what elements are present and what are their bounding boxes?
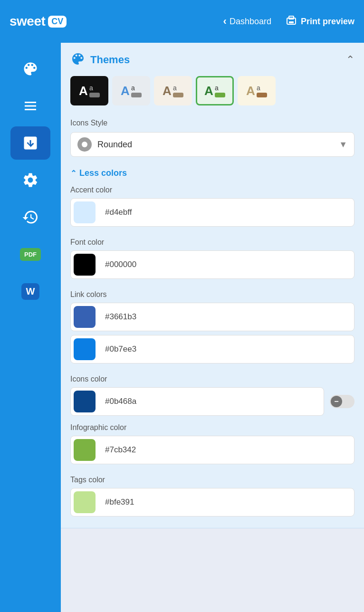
swatch-letter-dark: A	[79, 84, 88, 98]
font-color-row[interactable]: #000000	[70, 250, 354, 279]
icons-style-label: Icons Style	[61, 115, 364, 132]
link-color-section: Link colors #3661b3 #0b7ee3	[61, 290, 364, 375]
less-colors-button[interactable]: ⌃ Less colors	[61, 166, 364, 186]
tags-color-label: Tags color	[70, 476, 354, 484]
swatch-small-bluegray: a	[131, 84, 142, 97]
icons-color-value: #0b468a	[98, 397, 324, 406]
swatch-dot-warm	[173, 93, 183, 97]
icons-style-value: Rounded	[97, 140, 339, 150]
svg-point-3	[82, 142, 87, 147]
less-colors-label: Less colors	[79, 168, 127, 178]
word-badge: W	[21, 283, 40, 300]
tags-color-section: Tags color #bfe391	[61, 476, 364, 528]
swatch-small-letter-dark: a	[89, 84, 100, 92]
swatch-inner-green: A a	[202, 82, 227, 100]
theme-swatch-cream[interactable]: A a	[238, 76, 276, 105]
font-color-value: #000000	[98, 260, 354, 269]
palette-icon	[70, 51, 86, 68]
infographic-color-value: #7cb342	[98, 445, 354, 455]
infographic-color-label: Infographic color	[70, 423, 354, 432]
accent-color-value: #d4ebff	[98, 208, 354, 217]
swatch-small-letter-bluegray: a	[131, 84, 142, 92]
theme-swatch-bluegray[interactable]: A a	[112, 76, 150, 105]
themes-title: Themes	[90, 54, 130, 66]
theme-swatch-green[interactable]: A a	[196, 76, 234, 105]
swatch-dot-dark	[89, 93, 100, 97]
swatch-dot-bluegray	[131, 93, 142, 97]
accent-color-label: Accent color	[70, 186, 354, 194]
logo: sweet CV	[10, 14, 67, 29]
font-color-label: Font color	[70, 238, 354, 247]
dashboard-link[interactable]: ‹ Dashboard	[223, 15, 271, 28]
tags-color-row[interactable]: #bfe391	[70, 488, 354, 516]
dashboard-label: Dashboard	[230, 17, 271, 27]
infographic-color-section: Infographic color #7cb342	[61, 423, 364, 476]
swatch-inner-bluegray: A a	[119, 82, 144, 100]
layout: PDF W Themes ⌃	[0, 43, 364, 612]
chevron-up-icon: ⌃	[70, 169, 77, 178]
icons-style-dropdown[interactable]: Rounded ▼	[70, 132, 354, 157]
theme-swatch-warm[interactable]: A a	[154, 76, 192, 105]
swatch-small-dark: a	[89, 84, 100, 97]
link-color-value-1: #3661b3	[98, 312, 354, 322]
swatch-letter-warm: A	[163, 84, 172, 98]
main-content: Themes ⌃ A a	[61, 43, 364, 612]
infographic-color-row[interactable]: #7cb342	[70, 436, 354, 464]
sidebar-item-word[interactable]: W	[10, 275, 50, 308]
icons-color-toggle[interactable]: −	[330, 395, 354, 408]
print-preview-label: Print preview	[301, 17, 354, 27]
swatch-small-warm: a	[173, 84, 183, 97]
sidebar-item-pdf[interactable]: PDF	[10, 238, 50, 271]
tags-color-swatch	[74, 491, 96, 513]
accent-color-swatch	[74, 201, 96, 223]
link-color-row-2[interactable]: #0b7ee3	[70, 335, 354, 363]
header-nav: ‹ Dashboard Print preview	[223, 15, 354, 29]
logo-badge: CV	[48, 16, 67, 28]
print-icon	[286, 15, 297, 29]
swatch-small-letter-cream: a	[257, 84, 267, 92]
swatch-small-letter-warm: a	[173, 84, 183, 92]
back-chevron-icon: ‹	[223, 15, 227, 28]
themes-collapse-icon[interactable]: ⌃	[346, 54, 354, 66]
sidebar-item-layout[interactable]	[10, 89, 50, 123]
accent-color-row[interactable]: #d4ebff	[70, 198, 354, 227]
sidebar-item-design[interactable]	[10, 52, 50, 86]
pdf-badge: PDF	[20, 248, 41, 261]
icons-color-section: Icons color #0b468a −	[61, 375, 364, 423]
swatch-small-letter-green: a	[215, 84, 225, 92]
theme-swatches: A a A a	[61, 76, 364, 115]
font-color-section: Font color #000000	[61, 238, 364, 290]
sidebar-item-settings[interactable]	[10, 163, 50, 197]
font-color-swatch	[74, 254, 96, 276]
icons-color-row[interactable]: #0b468a	[70, 387, 324, 416]
sidebar: PDF W	[0, 43, 61, 612]
sidebar-item-export[interactable]	[10, 126, 50, 160]
icons-color-swatch	[74, 391, 96, 412]
swatch-small-green: a	[215, 84, 225, 97]
swatch-inner-dark: A a	[77, 82, 102, 100]
infographic-color-swatch	[74, 439, 96, 461]
link-color-row-1[interactable]: #3661b3	[70, 303, 354, 331]
dropdown-chevron-icon: ▼	[339, 140, 347, 150]
swatch-inner-warm: A a	[161, 82, 185, 100]
header: sweet CV ‹ Dashboard Print preview	[0, 0, 364, 43]
swatch-dot-green	[215, 93, 225, 97]
swatch-letter-green: A	[204, 84, 213, 98]
toggle-knob: −	[331, 396, 342, 407]
rounded-icon	[77, 137, 92, 152]
print-preview-button[interactable]: Print preview	[286, 15, 354, 29]
theme-swatch-dark[interactable]: A a	[70, 76, 108, 105]
icons-color-row-with-toggle: #0b468a −	[70, 387, 354, 416]
svg-rect-2	[289, 21, 294, 23]
link-color-label: Link colors	[70, 290, 354, 299]
swatch-inner-cream: A a	[244, 82, 269, 100]
swatch-letter-bluegray: A	[121, 84, 130, 98]
swatch-small-cream: a	[257, 84, 267, 97]
themes-panel: Themes ⌃ A a	[61, 43, 364, 528]
tags-color-value: #bfe391	[98, 497, 354, 507]
sidebar-item-history[interactable]	[10, 201, 50, 234]
link-color-value-2: #0b7ee3	[98, 344, 354, 354]
link-color-swatch-2	[74, 338, 96, 360]
icons-color-label: Icons color	[70, 375, 354, 383]
logo-text: sweet	[10, 14, 45, 29]
